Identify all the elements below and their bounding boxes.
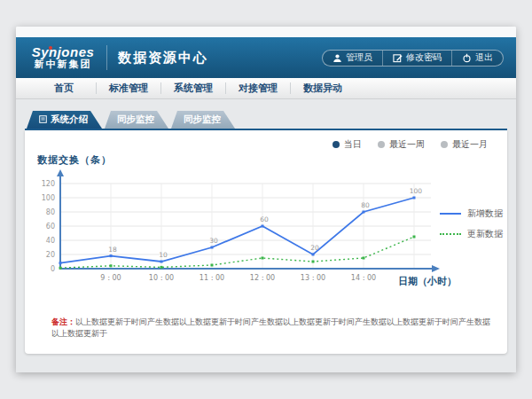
nav-item-data-change[interactable]: 数据异动 — [291, 78, 355, 98]
tab-system-intro[interactable]: 系统介绍 — [27, 111, 102, 129]
svg-text:100: 100 — [42, 194, 55, 202]
svg-text:11：00: 11：00 — [200, 274, 224, 282]
brand-logo: Synjones 新中新集团 — [25, 45, 101, 69]
nav-item-interface-management[interactable]: 对接管理 — [226, 78, 290, 98]
admin-user-button[interactable]: 管理员 — [323, 51, 382, 66]
svg-text:14：00: 14：00 — [351, 274, 376, 282]
radio-option-last-week[interactable]: 最近一周 — [378, 138, 425, 151]
change-password-label: 修改密码 — [406, 51, 442, 64]
svg-text:10：00: 10：00 — [149, 274, 174, 282]
radio-option-today[interactable]: 当日 — [332, 138, 362, 151]
header-action-group: 管理员 修改密码 退出 — [322, 50, 504, 66]
logout-label: 退出 — [475, 51, 493, 64]
chart-legend: 新增数据 更新数据 — [440, 207, 503, 248]
svg-text:10: 10 — [159, 251, 168, 259]
footer-note-label: 备注： — [51, 317, 75, 326]
svg-text:20: 20 — [310, 244, 319, 252]
logout-button[interactable]: 退出 — [451, 51, 503, 66]
nav-item-system-management[interactable]: 系统管理 — [161, 78, 225, 98]
logo-text-cn: 新中新集团 — [25, 59, 101, 70]
svg-text:120: 120 — [42, 180, 55, 188]
radio-option-last-month[interactable]: 最近一月 — [441, 138, 488, 151]
svg-text:20: 20 — [46, 251, 55, 259]
svg-text:60: 60 — [46, 223, 55, 231]
svg-text:60: 60 — [260, 215, 269, 223]
radio-label: 当日 — [344, 138, 362, 151]
time-range-filter: 当日 最近一周 最近一月 — [332, 138, 488, 151]
page-title: 数据资源中心 — [118, 50, 208, 66]
app-header: Synjones 新中新集团 数据资源中心 管理员 修改密码 — [16, 37, 516, 78]
svg-text:9：00: 9：00 — [100, 274, 121, 282]
legend-label: 更新数据 — [467, 228, 503, 240]
nav-item-standard-management[interactable]: 标准管理 — [97, 78, 160, 98]
change-password-button[interactable]: 修改密码 — [382, 51, 451, 66]
x-axis-title: 日期（小时） — [398, 275, 457, 288]
footer-note: 备注：以上数据更新于时间产生数据以上数据更新于时间产生数据以上数据更新于时间产生… — [51, 317, 495, 340]
content-area: 系统介绍 同步监控 同步监控 当日 最近一周 — [16, 99, 516, 372]
legend-sample — [440, 233, 461, 235]
power-icon — [462, 53, 472, 63]
radio-dot[interactable] — [441, 141, 448, 148]
svg-text:80: 80 — [361, 201, 370, 209]
footer-note-text: 以上数据更新于时间产生数据以上数据更新于时间产生数据以上数据更新于时间产生数据以… — [51, 317, 490, 338]
admin-user-label: 管理员 — [346, 51, 372, 64]
edit-icon — [393, 53, 403, 63]
header-divider — [106, 45, 107, 70]
svg-text:12：00: 12：00 — [250, 274, 275, 282]
tab-bar: 系统介绍 同步监控 同步监控 — [25, 111, 507, 130]
svg-text:30: 30 — [209, 237, 218, 245]
radio-label: 最近一周 — [389, 138, 425, 151]
tab-sync-monitor-2[interactable]: 同步监控 — [171, 111, 235, 129]
tab-label: 同步监控 — [117, 113, 154, 126]
tab-label: 同步监控 — [184, 113, 221, 126]
tab-sync-monitor-1[interactable]: 同步监控 — [105, 111, 168, 129]
svg-text:13：00: 13：00 — [301, 274, 325, 282]
app-window: Synjones 新中新集团 数据资源中心 管理员 修改密码 — [16, 27, 516, 372]
radio-label: 最近一月 — [452, 138, 488, 151]
radio-dot[interactable] — [332, 141, 340, 148]
chart-panel: 当日 最近一周 最近一月 数据交换（条） 0204060801001209：00… — [25, 130, 507, 354]
svg-text:18: 18 — [108, 246, 117, 254]
legend-item-new-data[interactable]: 新增数据 — [440, 207, 503, 220]
svg-text:0: 0 — [51, 265, 55, 273]
tab-label: 系统介绍 — [51, 113, 88, 126]
radio-dot[interactable] — [378, 141, 385, 148]
user-icon — [332, 53, 342, 63]
nav-item-home[interactable]: 首页 — [32, 78, 96, 98]
svg-text:80: 80 — [46, 208, 55, 216]
legend-item-updated-data[interactable]: 更新数据 — [440, 228, 503, 240]
main-nav: 首页 标准管理 系统管理 对接管理 数据异动 — [16, 78, 516, 99]
svg-text:40: 40 — [46, 237, 55, 245]
legend-sample — [440, 213, 461, 215]
legend-label: 新增数据 — [467, 207, 503, 220]
line-chart-svg: 0204060801001209：0010：0011：0012：0013：001… — [35, 161, 452, 293]
window-top-strip — [16, 27, 516, 37]
document-icon — [39, 114, 47, 125]
logo-text-en: Synjones — [25, 45, 101, 59]
svg-text:100: 100 — [410, 187, 423, 195]
